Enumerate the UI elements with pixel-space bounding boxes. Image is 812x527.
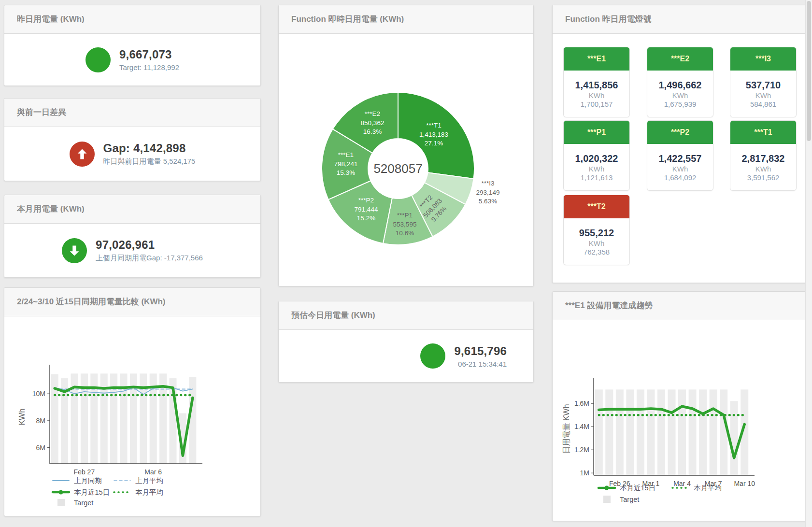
- tile-target: 3,591,562: [747, 173, 780, 182]
- svg-text:上月同期: 上月同期: [74, 477, 102, 484]
- light-tile-t1: ***T1 2,817,832 KWh 3,591,562: [730, 120, 797, 191]
- tile-unit: KWh: [589, 91, 605, 100]
- tile-header: ***E1: [564, 47, 629, 71]
- svg-text:1.4M: 1.4M: [574, 423, 589, 430]
- stat-subtitle: 昨日與前日用電量 5,524,175: [103, 157, 196, 166]
- status-circle-icon: [85, 47, 111, 72]
- svg-text:Mar 6: Mar 6: [144, 468, 162, 476]
- panel-title[interactable]: 與前一日差異: [4, 99, 260, 127]
- compare-15day-chart[interactable]: 6M8M10MFeb 27Mar 6KWh上月同期上月平均本月近15日本月平均T…: [4, 316, 260, 516]
- tile-header: ***E2: [647, 47, 713, 71]
- arrow-up-icon: [70, 142, 95, 167]
- tile-header: ***T2: [564, 195, 629, 218]
- tile-value: 1,415,856: [575, 80, 618, 91]
- tile-unit: KWh: [755, 91, 771, 100]
- stat-value: 97,026,961: [96, 238, 203, 252]
- svg-text:本月近15日: 本月近15日: [74, 488, 110, 496]
- svg-text:1.2M: 1.2M: [574, 446, 589, 454]
- light-tile-e2: ***E2 1,496,662 KWh 1,675,939: [647, 47, 713, 117]
- svg-text:本月近15日: 本月近15日: [620, 484, 655, 492]
- svg-text:1.6M: 1.6M: [574, 399, 589, 407]
- svg-text:本月平均: 本月平均: [135, 488, 163, 496]
- tile-value: 537,710: [746, 80, 781, 91]
- svg-text:本月平均: 本月平均: [694, 484, 722, 492]
- panel-realtime-donut: Function 即時日用電量 (KWh) 5208057 ***T1 1,41…: [278, 5, 534, 286]
- tile-target: 1,675,939: [664, 100, 697, 108]
- light-tile-e1: ***E1 1,415,856 KWh 1,700,157: [563, 47, 630, 117]
- panel-title[interactable]: 本月用電量 (KWh): [4, 195, 260, 224]
- tile-header: ***T1: [730, 121, 796, 144]
- tile-value: 1,496,662: [659, 80, 702, 91]
- panel-title[interactable]: Function 即時日用電量 (KWh): [279, 5, 533, 34]
- light-tile-i3: ***I3 537,710 KWh 584,861: [730, 47, 797, 117]
- tile-unit: KWh: [589, 239, 605, 247]
- svg-text:10M: 10M: [32, 390, 45, 398]
- stat-value: 9,615,796: [454, 344, 507, 358]
- svg-text:上月平均: 上月平均: [135, 477, 163, 484]
- stat-value: 9,667,073: [119, 48, 179, 61]
- tile-target: 1,700,157: [581, 100, 613, 108]
- page-scrollbar[interactable]: [805, 0, 812, 527]
- panel-yesterday-lights: Function 昨日用電燈號 ***E1 1,415,856 KWh 1,70…: [552, 5, 807, 283]
- stat-value: Gap: 4,142,898: [103, 142, 196, 155]
- tile-value: 955,212: [579, 228, 614, 239]
- panel-title[interactable]: 預估今日用電量 (KWh): [279, 301, 533, 330]
- donut-chart[interactable]: 5208057 ***T1 1,413,183 27.1% ***I3 293,…: [279, 34, 533, 286]
- svg-text:Target: Target: [620, 496, 639, 503]
- svg-text:Mar 4: Mar 4: [673, 480, 691, 487]
- tile-value: 1,020,322: [575, 153, 618, 164]
- svg-text:Target: Target: [74, 499, 93, 507]
- svg-text:Mar 10: Mar 10: [734, 480, 755, 487]
- tile-target: 584,861: [750, 100, 776, 108]
- svg-text:8M: 8M: [36, 417, 45, 425]
- stat-subtitle: 上個月同期用電Gap: -17,377,566: [96, 254, 203, 263]
- panel-prev-day-gap: 與前一日差異 Gap: 4,142,898 昨日與前日用電量 5,524,175: [4, 98, 261, 181]
- light-tile-p1: ***P1 1,020,322 KWh 1,121,613: [563, 120, 630, 191]
- scrollbar-thumb[interactable]: [807, 1, 811, 141]
- panel-title[interactable]: ***E1 設備用電達成趨勢: [553, 292, 806, 320]
- panel-title[interactable]: 昨日用電量 (KWh): [4, 5, 260, 34]
- panel-title[interactable]: 2/24~3/10 近15日同期用電量比較 (KWh): [4, 288, 260, 316]
- status-circle-icon: [420, 343, 445, 369]
- panel-e1-trend: ***E1 設備用電達成趨勢 1M1.2M1.4M1.6MFeb 26Mar 1…: [552, 291, 807, 521]
- svg-text:日用電量 KWh: 日用電量 KWh: [562, 404, 570, 454]
- tile-header: ***P2: [647, 121, 713, 144]
- tile-header: ***I3: [730, 47, 796, 71]
- panel-estimate-today: 預估今日用電量 (KWh) 9,615,796 06-21 15:34:41: [278, 301, 534, 383]
- light-tile-p2: ***P2 1,422,557 KWh 1,684,092: [647, 120, 713, 191]
- svg-text:1M: 1M: [580, 469, 589, 477]
- tile-target: 1,684,092: [664, 173, 697, 182]
- stat-subtitle: Target: 11,128,992: [119, 63, 179, 71]
- arrow-down-icon: [62, 238, 87, 263]
- tile-unit: KWh: [755, 165, 771, 173]
- panel-month-usage: 本月用電量 (KWh) 97,026,961 上個月同期用電Gap: -17,3…: [4, 195, 261, 278]
- panel-yesterday-usage: 昨日用電量 (KWh) 9,667,073 Target: 11,128,992: [4, 5, 261, 86]
- svg-text:6M: 6M: [36, 444, 45, 452]
- panel-compare-15day: 2/24~3/10 近15日同期用電量比較 (KWh) 6M8M10MFeb 2…: [4, 287, 261, 516]
- svg-text:Feb 27: Feb 27: [74, 468, 95, 476]
- e1-trend-chart[interactable]: 1M1.2M1.4M1.6MFeb 26Mar 1Mar 4Mar 7Mar 1…: [553, 320, 806, 521]
- tile-unit: KWh: [672, 91, 688, 100]
- tile-target: 762,358: [584, 248, 610, 256]
- tile-unit: KWh: [589, 165, 605, 173]
- tile-value: 2,817,832: [742, 153, 785, 164]
- panel-title[interactable]: Function 昨日用電燈號: [553, 5, 806, 34]
- light-tile-t2: ***T2 955,212 KWh 762,358: [563, 195, 630, 265]
- tile-value: 1,422,557: [659, 153, 702, 164]
- tile-target: 1,121,613: [581, 173, 613, 182]
- tile-header: ***P1: [564, 121, 629, 144]
- svg-text:KWh: KWh: [18, 409, 26, 426]
- stat-subtitle: 06-21 15:34:41: [454, 360, 507, 368]
- tile-unit: KWh: [672, 165, 688, 173]
